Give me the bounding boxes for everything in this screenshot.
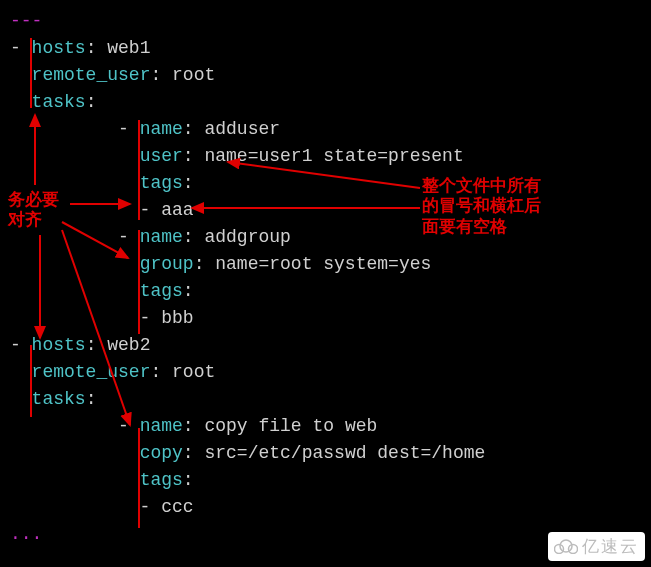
val-hosts: web1 bbox=[107, 38, 150, 58]
val-remote-user: root bbox=[172, 362, 215, 382]
val-hosts: web2 bbox=[107, 335, 150, 355]
key-tasks: tasks bbox=[32, 92, 86, 112]
watermark: 亿速云 bbox=[548, 532, 645, 562]
val-remote-user: root bbox=[172, 65, 215, 85]
annotation-text: 的冒号和横杠后 bbox=[422, 196, 541, 216]
val-tag: bbb bbox=[161, 308, 193, 328]
key-name: name bbox=[140, 416, 183, 436]
key-user: user bbox=[140, 146, 183, 166]
val-group: name=root system=yes bbox=[215, 254, 431, 274]
key-hosts: hosts bbox=[32, 335, 86, 355]
key-remote-user: remote_user bbox=[32, 362, 151, 382]
val-name: copy file to web bbox=[204, 416, 377, 436]
yaml-doc-start: --- bbox=[10, 11, 42, 31]
annotation-text: 对齐 bbox=[8, 210, 59, 230]
val-tag: ccc bbox=[161, 497, 193, 517]
val-name: addgroup bbox=[204, 227, 290, 247]
key-hosts: hosts bbox=[32, 38, 86, 58]
cloud-icon bbox=[554, 538, 578, 554]
val-user: name=user1 state=present bbox=[204, 146, 463, 166]
align-bar bbox=[138, 428, 140, 528]
annotation-text: 面要有空格 bbox=[422, 217, 541, 237]
align-bar bbox=[138, 230, 140, 334]
val-copy: src=/etc/passwd dest=/home bbox=[204, 443, 485, 463]
key-name: name bbox=[140, 119, 183, 139]
key-name: name bbox=[140, 227, 183, 247]
yaml-doc-end: ... bbox=[10, 524, 42, 544]
svg-point-9 bbox=[569, 545, 578, 554]
annotation-space: 整个文件中所有 的冒号和横杠后 面要有空格 bbox=[422, 176, 541, 237]
align-bar bbox=[138, 120, 140, 220]
val-tag: aaa bbox=[161, 200, 193, 220]
key-group: group bbox=[140, 254, 194, 274]
watermark-text: 亿速云 bbox=[582, 534, 639, 560]
val-name: adduser bbox=[204, 119, 280, 139]
key-tags: tags bbox=[140, 470, 183, 490]
key-tasks: tasks bbox=[32, 389, 86, 409]
align-bar bbox=[30, 345, 32, 417]
annotation-text: 务必要 bbox=[8, 190, 59, 210]
key-tags: tags bbox=[140, 173, 183, 193]
annotation-text: 整个文件中所有 bbox=[422, 176, 541, 196]
align-bar bbox=[30, 38, 32, 108]
yaml-code-block: --- - hosts: web1 remote_user: root task… bbox=[0, 0, 651, 556]
key-remote-user: remote_user bbox=[32, 65, 151, 85]
key-tags: tags bbox=[140, 281, 183, 301]
key-copy: copy bbox=[140, 443, 183, 463]
annotation-align: 务必要 对齐 bbox=[8, 190, 59, 231]
svg-point-7 bbox=[555, 545, 564, 554]
